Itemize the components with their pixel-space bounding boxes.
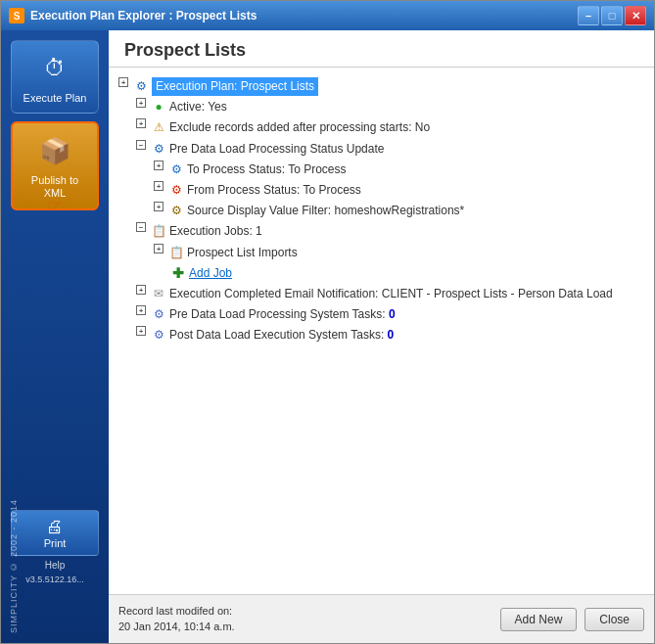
- predata-icon: ⚙: [151, 141, 166, 157]
- print-icon: 🖨: [17, 517, 93, 537]
- tree-root-node: + ⚙ Execution Plan: Prospect Lists: [118, 77, 644, 96]
- minimize-button[interactable]: –: [578, 6, 599, 25]
- execute-plan-button[interactable]: ⏱ Execute Plan: [11, 40, 99, 114]
- from-process-label: From Process Status: To Process: [187, 181, 361, 200]
- execution-jobs-icon: 📋: [151, 224, 166, 240]
- root-icon: ⚙: [133, 79, 149, 95]
- maximize-button[interactable]: □: [601, 6, 623, 25]
- status-bar: Record last modifed on: 20 Jan 2014, 10:…: [109, 594, 654, 643]
- email-icon: ✉: [151, 286, 166, 301]
- panel-header: Prospect Lists: [109, 30, 654, 68]
- close-button[interactable]: Close: [585, 608, 644, 631]
- status-text: Record last modifed on: 20 Jan 2014, 10:…: [118, 604, 492, 634]
- help-link[interactable]: Help: [45, 560, 66, 571]
- tree-add-job-node[interactable]: ✚ Add Job: [154, 264, 644, 283]
- predata-system-icon: ⚙: [151, 307, 166, 323]
- execute-plan-icon: ⏱: [35, 49, 74, 88]
- tree-from-process-node: + ⚙ From Process Status: To Process: [154, 181, 644, 200]
- record-modified-date: 20 Jan 2014, 10:14 a.m.: [118, 620, 492, 634]
- tree-exclude-node: + ⚠ Exclude records added after processi…: [136, 118, 644, 137]
- tree-predata-system-node: + ⚙ Pre Data Load Processing System Task…: [136, 305, 644, 324]
- add-job-label[interactable]: Add Job: [189, 264, 232, 283]
- main-window: S Execution Plan Explorer : Prospect Lis…: [0, 0, 655, 644]
- root-expander[interactable]: +: [118, 77, 128, 87]
- root-label: Execution Plan: Prospect Lists: [152, 77, 318, 96]
- tree-prospect-list-node: + 📋 Prospect List Imports: [154, 244, 644, 262]
- publish-xml-icon: 📦: [35, 131, 74, 170]
- predata-system-expander[interactable]: +: [136, 305, 146, 315]
- execution-jobs-label: Execution Jobs: 1: [169, 222, 262, 241]
- source-display-icon: ⚙: [168, 204, 184, 219]
- exclude-label: Exclude records added after processing s…: [169, 118, 430, 137]
- to-process-icon: ⚙: [168, 161, 184, 177]
- simplicity-label: SIMPLICITY © 2002 - 2014: [9, 499, 19, 633]
- record-modified-label: Record last modifed on:: [118, 604, 492, 619]
- from-process-expander[interactable]: +: [154, 181, 164, 191]
- from-process-icon: ⚙: [168, 183, 184, 199]
- to-process-label: To Process Status: To Process: [187, 161, 347, 179]
- postdata-system-expander[interactable]: +: [136, 326, 146, 336]
- predata-system-label: Pre Data Load Processing System Tasks: 0: [169, 305, 396, 324]
- prospect-list-icon: 📋: [168, 245, 184, 260]
- active-icon: ●: [151, 100, 166, 115]
- tree-active-node: + ● Active: Yes: [136, 98, 644, 116]
- tree-execution-jobs-node: − 📋 Execution Jobs: 1: [136, 222, 644, 241]
- predata-expander[interactable]: −: [136, 140, 146, 150]
- source-display-label: Source Display Value Filter: homeshowReg…: [187, 202, 464, 220]
- email-label: Execution Completed Email Notification: …: [169, 285, 613, 303]
- email-expander[interactable]: +: [136, 285, 146, 295]
- predata-label: Pre Data Load Processing Status Update: [169, 140, 384, 159]
- print-button[interactable]: 🖨 Print: [11, 510, 99, 556]
- tree-email-node: + ✉ Execution Completed Email Notificati…: [136, 285, 644, 303]
- print-label: Print: [17, 537, 93, 549]
- postdata-system-label: Post Data Load Execution System Tasks: 0: [169, 326, 394, 345]
- add-job-icon: ✚: [170, 265, 186, 281]
- prospect-list-expander[interactable]: +: [154, 244, 164, 253]
- hand-cursor-icon: ☞: [47, 195, 63, 216]
- execute-plan-label: Execute Plan: [17, 92, 93, 105]
- to-process-expander[interactable]: +: [154, 161, 164, 170]
- tree-postdata-system-node: + ⚙ Post Data Load Execution System Task…: [136, 326, 644, 345]
- sidebar: ⏱ Execute Plan 📦 Publish toXML ☞ 🖨 Print…: [1, 30, 109, 643]
- app-icon: S: [9, 8, 24, 23]
- add-new-button[interactable]: Add New: [500, 608, 578, 631]
- active-label: Active: Yes: [169, 98, 227, 116]
- tree-to-process-node: + ⚙ To Process Status: To Process: [154, 161, 644, 179]
- version-label: v3.5.5122.16...: [25, 575, 84, 584]
- exclude-expander[interactable]: +: [136, 118, 146, 128]
- active-expander[interactable]: +: [136, 98, 146, 108]
- exclude-icon: ⚠: [151, 120, 166, 136]
- tree-predata-node: − ⚙ Pre Data Load Processing Status Upda…: [136, 140, 644, 159]
- source-display-expander[interactable]: +: [154, 202, 164, 211]
- prospect-list-label: Prospect List Imports: [187, 244, 298, 262]
- main-content: ⏱ Execute Plan 📦 Publish toXML ☞ 🖨 Print…: [1, 30, 654, 643]
- postdata-system-icon: ⚙: [151, 328, 166, 344]
- panel-title: Prospect Lists: [124, 40, 638, 61]
- title-bar: S Execution Plan Explorer : Prospect Lis…: [1, 1, 654, 30]
- window-controls: – □ ✕: [578, 6, 646, 25]
- execution-jobs-expander[interactable]: −: [136, 222, 146, 232]
- close-window-button[interactable]: ✕: [625, 6, 646, 25]
- tree-source-display-node: + ⚙ Source Display Value Filter: homesho…: [154, 202, 644, 220]
- publish-xml-button[interactable]: 📦 Publish toXML ☞: [11, 121, 99, 209]
- tree-area: + ⚙ Execution Plan: Prospect Lists + ● A…: [109, 68, 654, 594]
- right-panel: Prospect Lists + ⚙ Execution Plan: Prosp…: [109, 30, 654, 643]
- window-title: Execution Plan Explorer : Prospect Lists: [30, 9, 578, 23]
